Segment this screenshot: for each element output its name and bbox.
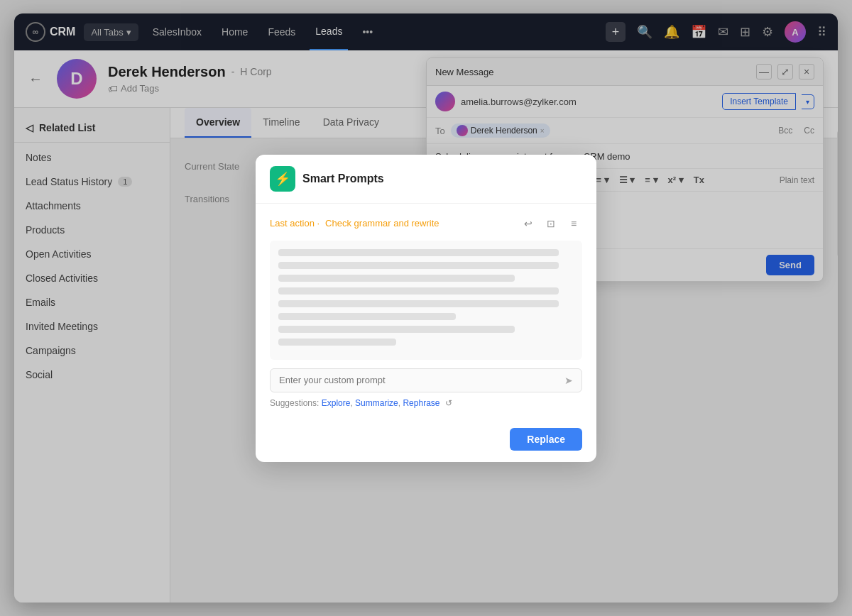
suggestion-summarize-link[interactable]: Summarize [355, 398, 398, 408]
replace-button[interactable]: Replace [510, 428, 582, 451]
refresh-suggestions-icon[interactable]: ↺ [445, 398, 452, 408]
content-line-3 [278, 275, 515, 282]
last-action-label: Last action · [270, 218, 320, 229]
content-line-2 [278, 262, 559, 269]
last-action-row: Last action · Check grammar and rewrite … [270, 215, 582, 232]
suggestions-row: Suggestions: Explore, Summarize, Rephras… [270, 398, 582, 408]
more-options-button[interactable]: ≡ [565, 215, 582, 232]
prompt-input-row: ➤ [270, 368, 582, 392]
suggestions-label: Suggestions: [270, 398, 319, 408]
content-line-5 [278, 300, 559, 307]
content-line-7 [278, 326, 515, 333]
content-line-6 [278, 313, 456, 320]
smart-prompts-modal: ⚡ Smart Prompts Last action · Check gram… [256, 155, 596, 462]
action-controls: ↩ ⊡ ≡ [520, 215, 582, 232]
suggestion-rephrase-link[interactable]: Rephrase [403, 398, 439, 408]
suggestion-explore-link[interactable]: Explore [322, 398, 351, 408]
copy-button[interactable]: ⊡ [542, 215, 559, 232]
content-line-1 [278, 249, 559, 256]
modal-body: Last action · Check grammar and rewrite … [256, 204, 596, 419]
last-action-value: Check grammar and rewrite [325, 218, 439, 229]
custom-prompt-input[interactable] [279, 375, 564, 385]
modal-overlay[interactable]: ⚡ Smart Prompts Last action · Check gram… [0, 0, 852, 616]
modal-title: Smart Prompts [302, 172, 384, 185]
prompt-send-button[interactable]: ➤ [564, 375, 573, 386]
modal-icon: ⚡ [270, 166, 295, 192]
content-line-8 [278, 339, 396, 346]
modal-footer: Replace [256, 419, 596, 462]
content-preview-area [270, 241, 582, 360]
modal-header: ⚡ Smart Prompts [256, 155, 596, 204]
undo-button[interactable]: ↩ [520, 215, 537, 232]
content-line-4 [278, 287, 559, 295]
